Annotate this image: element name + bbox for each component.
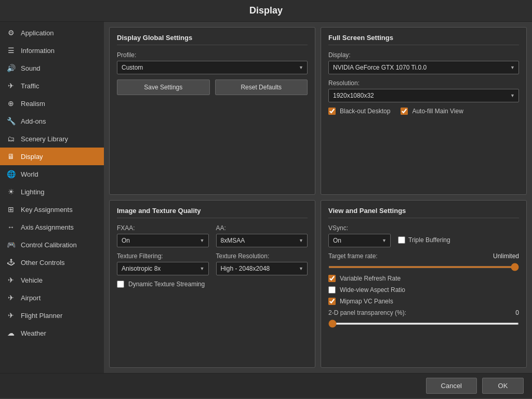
dynamic-texture-row[interactable]: Dynamic Texture Streaming	[117, 281, 308, 288]
blackout-checkbox[interactable]	[328, 108, 336, 115]
sidebar-item-flight-planner[interactable]: ✈Flight Planner	[0, 307, 104, 324]
transparency-label-row: 2-D panel transparency (%): 0	[328, 309, 519, 316]
sidebar: ⚙Application☰Information🔊Sound✈Traffic⊕R…	[0, 22, 104, 373]
autofill-checkbox[interactable]	[401, 108, 408, 115]
sidebar-item-world[interactable]: 🌐World	[0, 165, 104, 183]
texture-resolution-row: Texture Resolution: High - 2048x2048	[216, 252, 308, 275]
display-select[interactable]: NVIDIA GeForce GTX 1070 Ti.0.0	[328, 61, 519, 74]
triple-buffer-checkbox[interactable]	[398, 236, 405, 244]
axis-assignments-icon: ↔	[6, 222, 16, 232]
other-controls-icon: 🕹	[6, 258, 16, 267]
sidebar-item-axis-assignments[interactable]: ↔Axis Assignments	[0, 218, 104, 236]
blackout-label: Black-out Desktop	[340, 108, 390, 115]
resolution-row: Resolution: 1920x1080x32	[328, 79, 519, 102]
wide-view-checkbox[interactable]	[328, 286, 336, 294]
sidebar-item-add-ons[interactable]: 🔧Add-ons	[0, 112, 104, 130]
fxaa-row: FXAA: On	[117, 224, 209, 247]
aa-select[interactable]: 8xMSAA	[216, 234, 308, 247]
sidebar-item-label-flight-planner: Flight Planner	[21, 312, 62, 320]
texture-filtering-select[interactable]: Anisotropic 8x	[117, 262, 209, 275]
sidebar-item-weather[interactable]: ☁Weather	[0, 324, 104, 342]
sidebar-item-application[interactable]: ⚙Application	[0, 24, 104, 42]
reset-defaults-button[interactable]: Reset Defaults	[215, 79, 308, 95]
texture-resolution-label: Texture Resolution:	[216, 252, 308, 260]
texture-filtering-label: Texture Filtering:	[117, 252, 209, 260]
sidebar-item-vehicle[interactable]: ✈Vehicle	[0, 271, 104, 289]
sidebar-item-label-axis-assignments: Axis Assignments	[21, 223, 74, 231]
title-bar: Display	[0, 0, 532, 22]
display-icon: 🖥	[6, 152, 16, 161]
fxaa-label: FXAA:	[117, 224, 209, 232]
resolution-select[interactable]: 1920x1080x32	[328, 89, 519, 102]
ok-button[interactable]: OK	[482, 378, 524, 394]
transparency-value: 0	[515, 309, 519, 316]
framerate-slider[interactable]	[328, 266, 519, 268]
information-icon: ☰	[6, 46, 16, 55]
blackout-row[interactable]: Black-out Desktop	[328, 108, 390, 115]
mipmap-checkbox[interactable]	[328, 298, 336, 305]
dynamic-texture-label: Dynamic Texture Streaming	[128, 281, 205, 288]
profile-label: Profile:	[117, 51, 308, 59]
sidebar-item-label-control-calibration: Control Calibration	[21, 241, 77, 249]
sidebar-item-display[interactable]: 🖥Display	[0, 148, 104, 165]
sidebar-item-traffic[interactable]: ✈Traffic	[0, 77, 104, 95]
sidebar-item-lighting[interactable]: ☀Lighting	[0, 183, 104, 201]
sidebar-item-label-weather: Weather	[21, 329, 46, 337]
vehicle-icon: ✈	[6, 275, 16, 285]
texture-filtering-row: Texture Filtering: Anisotropic 8x	[117, 252, 209, 275]
fxaa-select[interactable]: On	[117, 234, 209, 247]
profile-select[interactable]: Custom	[117, 61, 308, 74]
sidebar-item-control-calibration[interactable]: 🎮Control Calibration	[0, 236, 104, 254]
realism-icon: ⊕	[6, 99, 16, 108]
scenery-library-icon: 🗂	[6, 134, 16, 143]
texture-filtering-select-wrapper: Anisotropic 8x	[117, 262, 209, 275]
sidebar-item-sound[interactable]: 🔊Sound	[0, 59, 104, 77]
traffic-icon: ✈	[6, 81, 16, 90]
view-title: View and Panel Settings	[328, 207, 519, 218]
sidebar-item-scenery-library[interactable]: 🗂Scenery Library	[0, 130, 104, 148]
vsync-row: VSync: On Triple Buffering	[328, 224, 519, 247]
variable-refresh-row[interactable]: Variable Refresh Rate	[328, 275, 519, 282]
sidebar-item-realism[interactable]: ⊕Realism	[0, 95, 104, 112]
triple-buffer-row[interactable]: Triple Buffering	[398, 236, 450, 244]
panel-global-settings: Display Global Settings Profile: Custom …	[109, 27, 315, 195]
panel-image-texture: Image and Texture Quality FXAA: On AA: 8…	[109, 200, 315, 368]
variable-refresh-checkbox[interactable]	[328, 275, 336, 282]
sidebar-item-key-assignments[interactable]: ⊞Key Assignments	[0, 201, 104, 218]
content-area: Display Global Settings Profile: Custom …	[104, 22, 532, 373]
texture-resolution-select[interactable]: High - 2048x2048	[216, 262, 308, 275]
sidebar-item-label-scenery-library: Scenery Library	[21, 135, 68, 143]
add-ons-icon: 🔧	[6, 116, 16, 126]
transparency-slider[interactable]	[328, 323, 519, 325]
save-settings-button[interactable]: Save Settings	[117, 79, 210, 95]
wide-view-row[interactable]: Wide-view Aspect Ratio	[328, 286, 519, 294]
sidebar-item-airport[interactable]: ✈Airport	[0, 289, 104, 307]
cancel-button[interactable]: Cancel	[426, 378, 477, 394]
transparency-label: 2-D panel transparency (%):	[328, 309, 406, 316]
sidebar-item-label-realism: Realism	[21, 100, 45, 108]
dynamic-texture-checkbox[interactable]	[117, 281, 124, 288]
autofill-row[interactable]: Auto-fill Main View	[401, 108, 463, 115]
sidebar-item-label-traffic: Traffic	[21, 82, 39, 90]
sidebar-item-other-controls[interactable]: 🕹Other Controls	[0, 254, 104, 271]
sidebar-item-information[interactable]: ☰Information	[0, 42, 104, 59]
transparency-container: 2-D panel transparency (%): 0	[328, 309, 519, 326]
sidebar-item-label-world: World	[21, 170, 38, 178]
fullscreen-title: Full Screen Settings	[328, 34, 519, 45]
panel-fullscreen: Full Screen Settings Display: NVIDIA GeF…	[321, 27, 527, 195]
vsync-select[interactable]: On	[328, 234, 391, 247]
panel-view: View and Panel Settings VSync: On Triple…	[321, 200, 527, 368]
sound-icon: 🔊	[6, 63, 16, 73]
global-settings-title: Display Global Settings	[117, 34, 308, 45]
sidebar-item-label-other-controls: Other Controls	[21, 259, 65, 267]
display-label: Display:	[328, 51, 519, 59]
mipmap-row[interactable]: Mipmap VC Panels	[328, 298, 519, 305]
weather-icon: ☁	[6, 328, 16, 338]
key-assignments-icon: ⊞	[6, 205, 16, 214]
image-texture-title: Image and Texture Quality	[117, 207, 308, 218]
lighting-icon: ☀	[6, 187, 16, 196]
framerate-value: Unlimited	[493, 252, 519, 260]
flight-planner-icon: ✈	[6, 311, 16, 320]
vsync-select-wrapper: On	[328, 234, 391, 247]
framerate-label-row: Target frame rate: Unlimited	[328, 252, 519, 260]
